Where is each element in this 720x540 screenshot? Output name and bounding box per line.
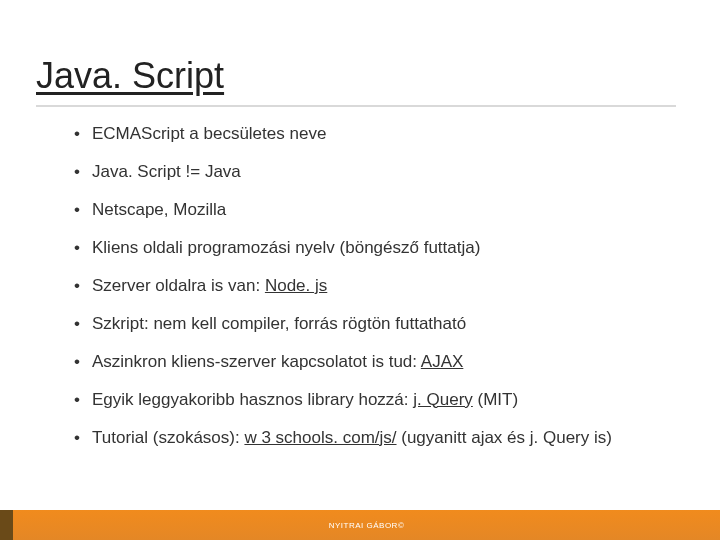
bullet-link[interactable]: w 3 schools. com/js/ [244, 428, 396, 447]
footer-bar: NYITRAI GÁBOR© [0, 510, 720, 540]
bullet-text: Java. Script != Java [92, 162, 241, 181]
bullet-text: Tutorial (szokásos): [92, 428, 244, 447]
bullet-text: Szkript: nem kell compiler, forrás rögtö… [92, 314, 466, 333]
list-item: Netscape, Mozilla [92, 199, 680, 222]
bullet-link[interactable]: j. Query [413, 390, 473, 409]
list-item: Tutorial (szokásos): w 3 schools. com/js… [92, 427, 680, 450]
bullet-text: Kliens oldali programozási nyelv (böngés… [92, 238, 480, 257]
slide-title: Java. Script [36, 55, 680, 97]
footer-accent [0, 510, 13, 540]
title-divider [36, 105, 676, 107]
bullet-link[interactable]: Node. js [265, 276, 327, 295]
bullet-text: Netscape, Mozilla [92, 200, 226, 219]
slide: Java. Script ECMAScript a becsületes nev… [0, 0, 720, 540]
list-item: Szerver oldalra is van: Node. js [92, 275, 680, 298]
list-item: Kliens oldali programozási nyelv (böngés… [92, 237, 680, 260]
bullet-link[interactable]: AJAX [421, 352, 464, 371]
footer-text: NYITRAI GÁBOR© [13, 510, 720, 540]
bullet-list: ECMAScript a becsületes neve Java. Scrip… [40, 123, 680, 449]
bullet-text: Szerver oldalra is van: [92, 276, 265, 295]
list-item: ECMAScript a becsületes neve [92, 123, 680, 146]
bullet-text: Egyik leggyakoribb hasznos library hozzá… [92, 390, 413, 409]
bullet-text-after: (MIT) [473, 390, 518, 409]
bullet-text-after: (ugyanitt ajax és j. Query is) [397, 428, 612, 447]
bullet-text: ECMAScript a becsületes neve [92, 124, 326, 143]
list-item: Aszinkron kliens-szerver kapcsolatot is … [92, 351, 680, 374]
list-item: Java. Script != Java [92, 161, 680, 184]
list-item: Egyik leggyakoribb hasznos library hozzá… [92, 389, 680, 412]
list-item: Szkript: nem kell compiler, forrás rögtö… [92, 313, 680, 336]
bullet-text: Aszinkron kliens-szerver kapcsolatot is … [92, 352, 421, 371]
